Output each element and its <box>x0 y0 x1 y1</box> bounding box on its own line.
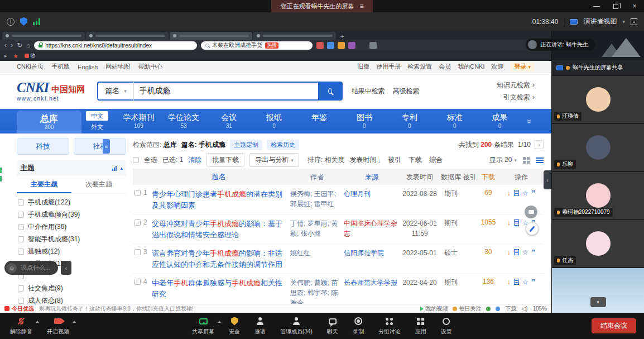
category-tab[interactable]: 图书0 <box>342 109 387 133</box>
promo-link[interactable]: 今日优选 <box>4 305 34 313</box>
panel-expand-tab[interactable]: ‹ <box>544 170 551 189</box>
next-page-button[interactable]: › <box>535 140 544 149</box>
toolbar-chat-button[interactable]: 聊天 <box>326 316 339 336</box>
result-title-link[interactable]: 父母冲突对青少年手机成瘾的影响：基于溢出假说和情绪安全感理论 <box>152 218 290 240</box>
category-tab-main[interactable]: 总库200 <box>17 111 81 133</box>
cnki-logo[interactable]: CNKI 中国知网 www.cnki.net <box>17 80 85 102</box>
result-authors[interactable]: 侯秀梅; 王国平; 郭晨虹; 雷甲红 <box>290 189 344 209</box>
search-in-results-link[interactable]: 结果中检索 <box>352 87 385 96</box>
top-nav-link[interactable]: English <box>78 64 98 70</box>
result-title-link[interactable]: 中老年手机群体孤独感与手机成瘾相关性研究 <box>152 278 290 299</box>
topic-item[interactable]: 手机成瘾(122) <box>17 196 126 208</box>
language-tab[interactable]: 中文 <box>86 111 108 121</box>
category-tab[interactable]: 年鉴 <box>297 109 342 133</box>
filter-subtab[interactable]: 次要主题 <box>71 177 126 193</box>
result-authors[interactable]: 关伟鹏; 曹颖; 苗思霞; 韩宇琴; 陈雅今 <box>290 278 344 304</box>
gift-icon[interactable] <box>338 42 345 49</box>
safety-icon[interactable] <box>486 307 491 311</box>
participant-tile[interactable]: 任杰 <box>552 220 644 267</box>
result-source-link[interactable]: 信阳师范学院 <box>344 248 400 258</box>
collapse-caret-icon[interactable]: ▴ <box>120 165 123 171</box>
download-icon[interactable]: ↓ <box>507 219 511 227</box>
top-nav-link[interactable]: 帮助中心 <box>138 63 162 71</box>
html-read-icon[interactable] <box>514 219 519 226</box>
panel-collapse-button[interactable]: ▾ <box>590 297 606 307</box>
back-icon[interactable]: ‹ <box>4 42 7 49</box>
topic-checkbox[interactable] <box>18 285 24 292</box>
cnki-search-input[interactable] <box>134 82 318 101</box>
browser-tab[interactable] <box>2 32 85 40</box>
annotation-pen-button[interactable] <box>526 222 539 235</box>
info-icon[interactable]: i <box>7 18 15 26</box>
bookmark-item[interactable]: 收藏 <box>25 52 35 60</box>
bar-chart-icon[interactable] <box>112 166 117 171</box>
result-checkbox[interactable] <box>134 219 141 226</box>
toolbar-gear-button[interactable]: 设置 <box>440 316 453 336</box>
favorite-icon[interactable]: ☆ <box>522 189 528 197</box>
top-right-link[interactable]: 检索设置 <box>407 63 432 71</box>
browser-tab[interactable] <box>170 32 252 40</box>
volume-icon[interactable]: ◁) <box>521 305 527 312</box>
html-read-icon[interactable] <box>514 249 519 255</box>
category-tab[interactable]: 标准0 <box>432 109 477 133</box>
topic-checkbox[interactable] <box>18 224 24 230</box>
result-title-link[interactable]: 青少年心理门诊患者手机成瘾的潜在类别及其影响因素 <box>152 189 290 211</box>
top-nav-link[interactable]: 网站地图 <box>105 63 130 71</box>
end-meeting-button[interactable]: 结束会议 <box>592 318 636 333</box>
forward-icon[interactable]: › <box>11 42 13 49</box>
sidebar-toggle-icon[interactable]: ▸ <box>4 54 7 59</box>
top-right-link[interactable]: 欢迎 <box>491 63 503 71</box>
sort-prefix[interactable]: 排序: 相关度 <box>307 155 345 165</box>
emoji-icon[interactable]: ☺ <box>7 263 17 273</box>
login-button[interactable]: 登录▾ <box>510 63 535 71</box>
screenshot-icon[interactable] <box>316 42 324 49</box>
participant-tile[interactable]: 乐柳 <box>552 124 644 171</box>
new-tab-button[interactable]: + <box>337 33 347 40</box>
message-icon[interactable] <box>496 307 500 311</box>
download-manager-link[interactable]: 下载 <box>505 305 516 313</box>
zoom-level[interactable]: 105% <box>532 305 547 312</box>
hamburger-menu-icon[interactable]: ≡ <box>359 2 363 10</box>
toolbar-share-button[interactable]: 共享屏幕 <box>191 316 215 336</box>
category-tab[interactable]: 学术期刊109 <box>116 109 161 133</box>
toolbar-members-button[interactable]: 管理成员(34) <box>279 316 314 336</box>
search-history-link[interactable]: 检索历史 <box>267 140 299 150</box>
topic-checkbox[interactable] <box>18 212 24 218</box>
home-icon[interactable]: ⌂ <box>26 42 30 49</box>
export-analyze-button[interactable]: 导出与分析▾ <box>249 153 299 167</box>
apps-grid-icon[interactable] <box>359 42 366 49</box>
expand-caret-icon[interactable] <box>36 319 39 323</box>
restore-button[interactable] <box>606 0 625 12</box>
top-nav-link[interactable]: CNKI首页 <box>17 63 44 71</box>
screen-share-label-row[interactable]: 蜗牛先生的屏幕共享 <box>552 60 644 75</box>
toolbar-breakout-button[interactable]: 分组讨论 <box>377 316 402 336</box>
topic-checkbox[interactable] <box>18 236 24 242</box>
toolbar-cam-off-button[interactable]: 开启视频 <box>46 316 70 336</box>
chat-input[interactable]: ☺ 说点什么... <box>4 261 58 275</box>
chat-collapse-button[interactable]: ‹ <box>61 261 71 275</box>
top-right-link[interactable]: 我的CNKI <box>458 63 484 71</box>
topic-item[interactable]: 手机成瘾倾向(39) <box>17 208 126 221</box>
result-title-link[interactable]: 谎言养育对青少年手机成瘾的影响：非适应性认知的中介和无条件接纳的调节作用 <box>152 248 290 270</box>
category-tab[interactable]: 专利0 <box>387 109 432 133</box>
html-read-icon[interactable] <box>514 279 519 285</box>
category-tab[interactable]: 报纸0 <box>252 109 297 133</box>
topic-item[interactable]: 成人依恋(8) <box>17 294 126 304</box>
topic-checkbox[interactable] <box>18 298 24 304</box>
citation-search-link[interactable]: 引文检索› <box>503 93 535 102</box>
topic-item[interactable]: 社交焦虑(9) <box>17 282 126 294</box>
batch-download-button[interactable]: 批量下载 <box>206 153 244 167</box>
toolbar-mic-off-button[interactable]: 解除静音 <box>9 316 33 336</box>
expand-caret-icon[interactable] <box>73 319 76 323</box>
sort-option[interactable]: 发表时间↓ <box>350 155 381 165</box>
topic-checkbox[interactable] <box>18 249 24 255</box>
expand-caret-icon[interactable] <box>218 319 221 323</box>
translate-icon[interactable] <box>327 42 334 49</box>
browser-tab[interactable] <box>253 32 336 40</box>
category-tab[interactable]: 成果0 <box>477 109 522 133</box>
result-checkbox[interactable] <box>134 279 141 285</box>
clear-selection-link[interactable]: 清除 <box>188 155 201 165</box>
toolbar-apps-button[interactable]: 应用 <box>414 316 427 336</box>
advanced-search-link[interactable]: 高级检索 <box>393 87 420 96</box>
result-authors[interactable]: 姚红红 <box>290 248 344 258</box>
